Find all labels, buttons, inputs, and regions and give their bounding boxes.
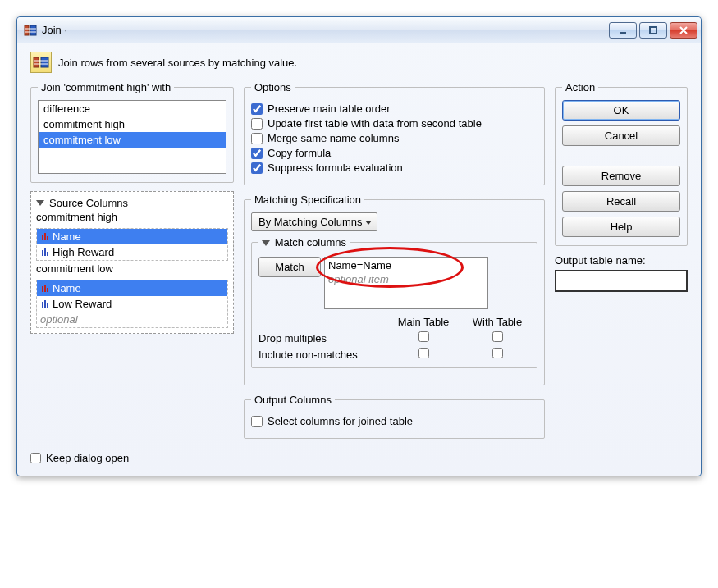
include-main-checkbox[interactable] [418, 348, 429, 358]
source-group-label: commitment low [36, 262, 228, 275]
drop-multiples-label: Drop multiples [258, 332, 382, 344]
output-table-input[interactable] [555, 270, 688, 292]
cancel-button[interactable]: Cancel [562, 125, 680, 146]
column-item[interactable]: Name [37, 229, 227, 244]
minimize-button[interactable] [609, 22, 637, 39]
options-fieldset: Options Preserve main table orderUpdate … [244, 81, 545, 185]
select-output-cols-checkbox[interactable] [251, 416, 263, 427]
left-panel: Join 'commitment high' with differenceco… [30, 81, 234, 334]
keep-dialog-row[interactable]: Keep dialog open [30, 452, 688, 464]
source-group-label: commitment high [36, 211, 228, 223]
svg-rect-0 [25, 25, 29, 35]
match-button[interactable]: Match [258, 257, 321, 277]
join-with-item[interactable]: difference [39, 101, 226, 116]
source-columns-box: Source Columns commitment highNameHigh R… [30, 191, 234, 334]
join-with-item[interactable]: commitment high [39, 116, 226, 132]
match-optional-hint: optional item [325, 273, 487, 285]
select-output-cols-label: Select columns for joined table [268, 415, 413, 427]
option-label: Merge same name columns [268, 132, 399, 144]
svg-rect-7 [41, 57, 48, 67]
matching-method-label: By Matching Columns [258, 216, 362, 228]
option-row[interactable]: Suppress formula evaluation [251, 162, 537, 174]
join-with-fieldset: Join 'commitment high' with differenceco… [30, 81, 234, 183]
svg-rect-4 [620, 32, 626, 34]
column-item[interactable]: Low Reward [37, 296, 227, 312]
matching-fieldset: Matching Specification By Matching Colum… [244, 194, 545, 385]
join-with-item[interactable]: commitment low [39, 132, 226, 148]
option-row[interactable]: Copy formula [251, 147, 537, 159]
include-nonmatch-label: Include non-matches [258, 349, 382, 361]
remove-button[interactable]: Remove [562, 166, 680, 186]
keep-dialog-label: Keep dialog open [46, 452, 129, 464]
svg-rect-5 [650, 27, 656, 34]
keep-dialog-checkbox[interactable] [30, 453, 41, 463]
window-title: Join · [42, 24, 609, 36]
ok-button[interactable]: OK [562, 100, 680, 121]
option-label: Update first table with data from second… [268, 117, 482, 130]
main-table-header: Main Table [391, 316, 456, 328]
option-label: Suppress formula evaluation [268, 162, 403, 174]
truth-grid: Main Table With Table Drop multiples Inc… [258, 316, 530, 361]
column-item[interactable]: Name [37, 280, 227, 296]
description-row: Join rows from several sources by matchi… [30, 52, 688, 73]
maximize-button[interactable] [639, 22, 667, 39]
disclosure-icon[interactable] [262, 240, 270, 246]
source-group-cols: NameHigh Reward [36, 228, 228, 261]
column-item[interactable]: High Reward [37, 244, 227, 260]
option-row[interactable]: Update first table with data from second… [251, 117, 537, 130]
drop-with-checkbox[interactable] [492, 331, 503, 342]
description-text: Join rows from several sources by matchi… [58, 57, 297, 69]
help-button[interactable]: Help [562, 217, 680, 237]
with-table-header: With Table [464, 316, 530, 328]
option-checkbox[interactable] [251, 148, 263, 159]
options-legend: Options [251, 81, 295, 93]
option-row[interactable]: Merge same name columns [251, 132, 537, 144]
svg-rect-6 [34, 57, 39, 67]
match-list[interactable]: Name=Name optional item [324, 257, 488, 309]
option-checkbox[interactable] [251, 118, 263, 130]
optional-hint: optional [37, 312, 227, 327]
matching-method-dropdown[interactable]: By Matching Columns [251, 212, 377, 231]
join-with-legend: Join 'commitment high' with [38, 81, 174, 93]
close-button[interactable] [670, 22, 697, 39]
action-fieldset: Action OK Cancel Remove Recall Help [555, 81, 688, 246]
join-icon [30, 52, 52, 73]
output-table-label: Output table name: [555, 254, 688, 267]
option-row[interactable]: Preserve main table order [251, 103, 537, 115]
match-columns-fieldset: Match columns Match Name=Name optional i… [251, 236, 537, 368]
svg-rect-1 [30, 25, 36, 35]
output-columns-fieldset: Output Columns Select columns for joined… [244, 394, 545, 439]
middle-panel: Options Preserve main table orderUpdate … [244, 81, 545, 447]
dialog-content: Join rows from several sources by matchi… [17, 43, 701, 476]
recall-button[interactable]: Recall [562, 191, 680, 212]
option-checkbox[interactable] [251, 133, 263, 144]
titlebar: Join · [17, 17, 701, 43]
option-label: Copy formula [268, 147, 331, 159]
match-item[interactable]: Name=Name [325, 258, 487, 273]
action-legend: Action [562, 81, 598, 93]
source-group-cols: NameLow Rewardoptional [36, 280, 228, 328]
option-label: Preserve main table order [268, 103, 391, 115]
match-columns-legend: Match columns [275, 236, 346, 248]
window-buttons [609, 22, 697, 39]
matching-legend: Matching Specification [251, 194, 364, 206]
disclosure-icon[interactable] [36, 200, 44, 206]
include-with-checkbox[interactable] [492, 348, 503, 358]
app-icon [24, 24, 37, 37]
dialog-window: Join · Join rows from several sources by… [16, 16, 702, 476]
join-with-list[interactable]: differencecommitment highcommitment low [38, 100, 226, 174]
output-columns-legend: Output Columns [251, 394, 335, 406]
drop-main-checkbox[interactable] [418, 331, 429, 342]
source-columns-legend: Source Columns [49, 197, 128, 209]
option-checkbox[interactable] [251, 162, 263, 174]
select-output-cols-row[interactable]: Select columns for joined table [251, 415, 537, 427]
right-panel: Action OK Cancel Remove Recall Help Outp… [555, 81, 688, 292]
option-checkbox[interactable] [251, 103, 263, 115]
